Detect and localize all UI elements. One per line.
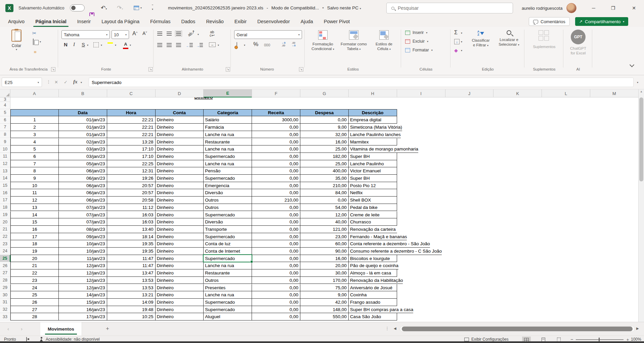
cell-D16[interactable]: Dinheiro [156, 189, 204, 197]
cell-D28[interactable]: Dinheiro [156, 277, 204, 284]
cell-C11[interactable]: 17:10 [107, 153, 156, 160]
cell-B18[interactable]: 07/jan/23 [59, 204, 107, 211]
cell-B7[interactable]: 01/jan/23 [59, 124, 107, 131]
expand-formula-bar-icon[interactable]: ▾ [637, 81, 638, 84]
cell-D32[interactable]: Dinheiro [156, 306, 204, 313]
number-dialog-launcher[interactable]: ↘ [299, 67, 303, 72]
cell-A27[interactable]: 22 [10, 269, 59, 277]
cell-A32[interactable]: 27 [10, 306, 59, 313]
cell-H17[interactable]: Shell BOX [349, 197, 397, 204]
align-right-icon[interactable] [176, 43, 181, 47]
cell-A30[interactable]: 25 [10, 291, 59, 299]
row-header-7[interactable]: 7 [0, 124, 10, 131]
table-header-Categoria[interactable]: Categoria [204, 109, 252, 117]
cell-B6[interactable]: 01/jan/23 [59, 116, 107, 124]
cell-H29[interactable]: Aniversário de Josué [349, 284, 397, 292]
cell-F15[interactable]: 0,00 [252, 182, 300, 189]
underline-dropdown[interactable]: ▾ [87, 44, 88, 47]
cell-G16[interactable]: 84,00 [300, 189, 349, 197]
cell-B11[interactable]: 03/jan/23 [59, 153, 107, 160]
font-color-icon[interactable]: A [123, 41, 128, 49]
row-header-32[interactable]: 32 [0, 306, 10, 313]
cell-A17[interactable]: 12 [10, 197, 59, 204]
cell-F7[interactable]: 0,00 [252, 124, 300, 131]
cell-D31[interactable]: Dinheiro [156, 299, 204, 306]
cell-B19[interactable]: 07/jan/23 [59, 211, 107, 219]
cell-H30[interactable]: Coxinha [349, 291, 397, 299]
cell-H9[interactable]: Marmitex [349, 138, 397, 146]
next-sheet-icon[interactable]: › [21, 326, 23, 332]
cell-A28[interactable]: 23 [10, 277, 59, 284]
accounting-format-icon[interactable] [237, 42, 237, 48]
cell-B24[interactable]: 10/jan/23 [59, 248, 107, 255]
clipboard-dialog-launcher[interactable]: ↘ [51, 67, 55, 72]
cell-C6[interactable]: 22:21 [107, 116, 156, 124]
row-header-31[interactable]: 31 [0, 299, 10, 306]
cell-H31[interactable]: Frango assado [349, 299, 397, 306]
zoom-level[interactable]: 100% [631, 337, 641, 342]
cell-H21[interactable]: Renovação da carteira [349, 226, 397, 233]
tab-inserir[interactable]: Inserir [72, 16, 96, 27]
row-header-22[interactable]: 22 [0, 233, 10, 241]
cell-E30[interactable]: Lanche na rua [204, 291, 252, 299]
autosum-icon[interactable]: Σ [454, 30, 458, 36]
cell-A8[interactable]: 3 [10, 131, 59, 138]
cell-H18[interactable]: Pedal da bike [349, 204, 397, 211]
cell-F32[interactable]: 0,00 [252, 306, 300, 313]
cell-B29[interactable]: 12/jan/23 [59, 284, 107, 292]
cell-F22[interactable]: 0,00 [252, 233, 300, 241]
cell-E21[interactable]: Transporte [204, 226, 252, 233]
cell-B15[interactable]: 06/jan/23 [59, 182, 107, 189]
scroll-right-icon[interactable]: ▶ [636, 327, 639, 330]
cell-B28[interactable]: 12/jan/23 [59, 277, 107, 284]
cell-B25[interactable]: 11/jan/23 [59, 255, 107, 262]
display-settings-icon[interactable] [464, 338, 469, 341]
cell-F33[interactable]: 0,00 [252, 313, 300, 320]
tab-power-pivot[interactable]: Power Pivot [318, 16, 355, 27]
cell-D18[interactable]: Dinheiro [156, 204, 204, 211]
cell-A15[interactable]: 10 [10, 182, 59, 189]
cell-F9[interactable]: 0,00 [252, 138, 300, 146]
vertical-scroll-thumb[interactable] [639, 97, 643, 181]
formula-input[interactable]: Supermercado [89, 78, 634, 87]
row-header-17[interactable]: 17 [0, 197, 10, 204]
cell-F6[interactable]: 3000,00 [252, 116, 300, 124]
row-header-25[interactable]: 25 [0, 255, 10, 262]
align-middle-icon[interactable] [167, 32, 172, 36]
increase-font-icon[interactable]: A˄ [132, 31, 137, 37]
row-header-13[interactable]: 13 [0, 167, 10, 175]
cell-C13[interactable]: 12:31 [107, 167, 156, 175]
fill-down-icon[interactable]: ↓ [454, 39, 460, 44]
row-header-23[interactable]: 23 [0, 240, 10, 248]
copy-dropdown[interactable]: ▾ [40, 40, 41, 43]
cell-A13[interactable]: 8 [10, 167, 59, 175]
cell-A10[interactable]: 5 [10, 145, 59, 153]
cell-A19[interactable]: 14 [10, 211, 59, 219]
cell-A25[interactable]: 20 [10, 255, 59, 262]
undo-icon[interactable]: ↶▾ [101, 4, 107, 11]
cell-D21[interactable]: Dinheiro [156, 226, 204, 233]
cell-E19[interactable]: Supermercado [204, 211, 252, 219]
cell-D13[interactable]: Dinheiro [156, 167, 204, 175]
clear-dropdown[interactable]: ▾ [461, 49, 462, 52]
cell-F10[interactable]: 0,00 [252, 145, 300, 153]
cell-C14[interactable]: 19:26 [107, 175, 156, 182]
cell-F20[interactable]: 0,00 [252, 218, 300, 226]
cell-B12[interactable]: 05/jan/23 [59, 160, 107, 168]
col-header-L[interactable]: L [542, 89, 590, 97]
autosave-toggle[interactable] [70, 4, 85, 11]
row-header-4[interactable]: 4 [0, 102, 10, 109]
cell-A20[interactable]: 15 [10, 218, 59, 226]
cell-C28[interactable]: 13:53 [107, 277, 156, 284]
paste-button[interactable]: Colar ▾ [6, 30, 27, 51]
cell-G26[interactable]: 20,00 [300, 262, 349, 269]
cell-A11[interactable]: 6 [10, 153, 59, 160]
cell-A14[interactable]: 9 [10, 175, 59, 182]
cell-C15[interactable]: 20:57 [107, 182, 156, 189]
scroll-left-icon[interactable]: ◀ [394, 327, 396, 330]
number-format-select[interactable]: Geral▾ [234, 30, 302, 39]
cell-H14[interactable]: Super BH [349, 175, 397, 182]
collapse-ribbon-icon[interactable] [630, 62, 634, 67]
cell-G33[interactable]: 550,00 [300, 313, 349, 320]
cell-F12[interactable]: 0,00 [252, 160, 300, 168]
